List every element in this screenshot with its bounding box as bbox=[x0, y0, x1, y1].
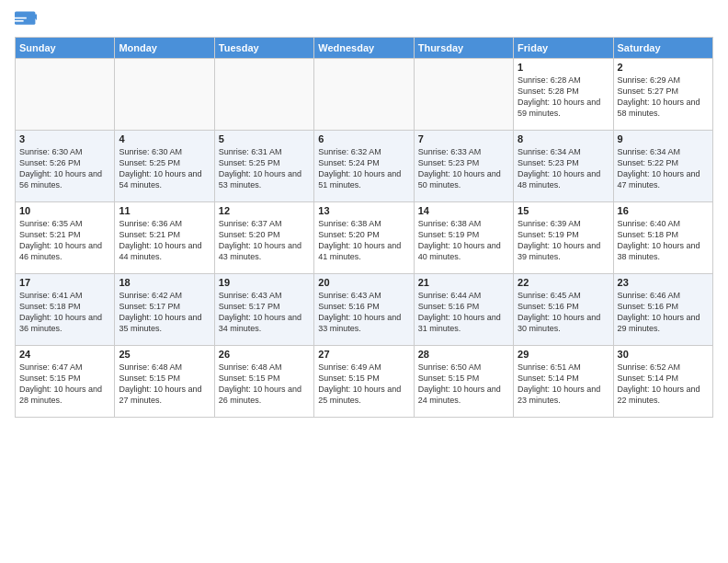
logo bbox=[15, 11, 40, 29]
day-number: 9 bbox=[618, 133, 709, 144]
table-row bbox=[115, 59, 214, 131]
day-info: Sunrise: 6:39 AM Sunset: 5:19 PM Dayligh… bbox=[518, 218, 609, 263]
day-info: Sunrise: 6:30 AM Sunset: 5:26 PM Dayligh… bbox=[19, 146, 110, 191]
table-row: 15Sunrise: 6:39 AM Sunset: 5:19 PM Dayli… bbox=[514, 202, 613, 274]
day-info: Sunrise: 6:28 AM Sunset: 5:28 PM Dayligh… bbox=[518, 75, 609, 120]
day-info: Sunrise: 6:29 AM Sunset: 5:27 PM Dayligh… bbox=[618, 75, 709, 120]
weekday-header: Saturday bbox=[613, 38, 712, 59]
day-number: 26 bbox=[219, 349, 310, 360]
table-row: 4Sunrise: 6:30 AM Sunset: 5:25 PM Daylig… bbox=[115, 131, 214, 202]
day-info: Sunrise: 6:48 AM Sunset: 5:15 PM Dayligh… bbox=[219, 362, 310, 407]
day-number: 16 bbox=[618, 205, 709, 216]
table-row: 14Sunrise: 6:38 AM Sunset: 5:19 PM Dayli… bbox=[414, 202, 513, 274]
table-row bbox=[314, 59, 414, 131]
table-row: 25Sunrise: 6:48 AM Sunset: 5:15 PM Dayli… bbox=[115, 346, 214, 418]
day-number: 24 bbox=[19, 349, 110, 360]
day-info: Sunrise: 6:51 AM Sunset: 5:14 PM Dayligh… bbox=[518, 362, 609, 407]
weekday-header: Wednesday bbox=[314, 38, 414, 59]
day-info: Sunrise: 6:52 AM Sunset: 5:14 PM Dayligh… bbox=[618, 362, 709, 407]
table-row: 11Sunrise: 6:36 AM Sunset: 5:21 PM Dayli… bbox=[115, 202, 214, 274]
table-row: 26Sunrise: 6:48 AM Sunset: 5:15 PM Dayli… bbox=[214, 346, 313, 418]
day-number: 18 bbox=[119, 277, 210, 288]
table-row: 9Sunrise: 6:34 AM Sunset: 5:22 PM Daylig… bbox=[613, 131, 712, 202]
table-row: 2Sunrise: 6:29 AM Sunset: 5:27 PM Daylig… bbox=[613, 59, 712, 131]
header-area bbox=[15, 11, 713, 29]
table-row: 1Sunrise: 6:28 AM Sunset: 5:28 PM Daylig… bbox=[514, 59, 613, 131]
day-info: Sunrise: 6:43 AM Sunset: 5:17 PM Dayligh… bbox=[219, 290, 310, 335]
table-row: 28Sunrise: 6:50 AM Sunset: 5:15 PM Dayli… bbox=[414, 346, 513, 418]
day-info: Sunrise: 6:43 AM Sunset: 5:16 PM Dayligh… bbox=[318, 290, 409, 335]
day-number: 8 bbox=[518, 133, 609, 144]
page: SundayMondayTuesdayWednesdayThursdayFrid… bbox=[0, 0, 728, 563]
table-row bbox=[214, 59, 313, 131]
day-number: 13 bbox=[318, 205, 409, 216]
day-info: Sunrise: 6:34 AM Sunset: 5:22 PM Dayligh… bbox=[618, 146, 709, 191]
day-number: 4 bbox=[119, 133, 210, 144]
day-number: 10 bbox=[19, 205, 110, 216]
day-number: 2 bbox=[618, 62, 709, 73]
day-number: 27 bbox=[318, 349, 409, 360]
day-number: 19 bbox=[219, 277, 310, 288]
table-row: 12Sunrise: 6:37 AM Sunset: 5:20 PM Dayli… bbox=[214, 202, 313, 274]
day-number: 15 bbox=[518, 205, 609, 216]
table-row: 23Sunrise: 6:46 AM Sunset: 5:16 PM Dayli… bbox=[613, 274, 712, 346]
table-row: 7Sunrise: 6:33 AM Sunset: 5:23 PM Daylig… bbox=[414, 131, 513, 202]
table-row: 18Sunrise: 6:42 AM Sunset: 5:17 PM Dayli… bbox=[115, 274, 214, 346]
weekday-header: Friday bbox=[514, 38, 613, 59]
table-row: 21Sunrise: 6:44 AM Sunset: 5:16 PM Dayli… bbox=[414, 274, 513, 346]
header-row: SundayMondayTuesdayWednesdayThursdayFrid… bbox=[16, 38, 713, 59]
day-info: Sunrise: 6:34 AM Sunset: 5:23 PM Dayligh… bbox=[518, 146, 609, 191]
day-number: 29 bbox=[518, 349, 609, 360]
day-number: 28 bbox=[418, 349, 509, 360]
svg-rect-2 bbox=[15, 17, 27, 19]
day-number: 11 bbox=[119, 205, 210, 216]
table-row: 24Sunrise: 6:47 AM Sunset: 5:15 PM Dayli… bbox=[16, 346, 115, 418]
day-number: 30 bbox=[618, 349, 709, 360]
day-info: Sunrise: 6:33 AM Sunset: 5:23 PM Dayligh… bbox=[418, 146, 509, 191]
day-info: Sunrise: 6:30 AM Sunset: 5:25 PM Dayligh… bbox=[119, 146, 210, 191]
table-row: 8Sunrise: 6:34 AM Sunset: 5:23 PM Daylig… bbox=[514, 131, 613, 202]
day-info: Sunrise: 6:32 AM Sunset: 5:24 PM Dayligh… bbox=[318, 146, 409, 191]
day-number: 25 bbox=[119, 349, 210, 360]
day-info: Sunrise: 6:49 AM Sunset: 5:15 PM Dayligh… bbox=[318, 362, 409, 407]
table-row: 19Sunrise: 6:43 AM Sunset: 5:17 PM Dayli… bbox=[214, 274, 313, 346]
weekday-header: Sunday bbox=[16, 38, 115, 59]
day-number: 22 bbox=[518, 277, 609, 288]
calendar: SundayMondayTuesdayWednesdayThursdayFrid… bbox=[15, 37, 713, 418]
table-row: 16Sunrise: 6:40 AM Sunset: 5:18 PM Dayli… bbox=[613, 202, 712, 274]
table-row: 10Sunrise: 6:35 AM Sunset: 5:21 PM Dayli… bbox=[16, 202, 115, 274]
table-row bbox=[16, 59, 115, 131]
day-number: 21 bbox=[418, 277, 509, 288]
day-info: Sunrise: 6:46 AM Sunset: 5:16 PM Dayligh… bbox=[618, 290, 709, 335]
day-info: Sunrise: 6:41 AM Sunset: 5:18 PM Dayligh… bbox=[19, 290, 110, 335]
svg-rect-3 bbox=[15, 20, 24, 22]
logo-icon bbox=[15, 11, 37, 29]
calendar-row: 10Sunrise: 6:35 AM Sunset: 5:21 PM Dayli… bbox=[16, 202, 713, 274]
day-info: Sunrise: 6:47 AM Sunset: 5:15 PM Dayligh… bbox=[19, 362, 110, 407]
table-row: 22Sunrise: 6:45 AM Sunset: 5:16 PM Dayli… bbox=[514, 274, 613, 346]
day-info: Sunrise: 6:48 AM Sunset: 5:15 PM Dayligh… bbox=[119, 362, 210, 407]
table-row: 5Sunrise: 6:31 AM Sunset: 5:25 PM Daylig… bbox=[214, 131, 313, 202]
table-row: 6Sunrise: 6:32 AM Sunset: 5:24 PM Daylig… bbox=[314, 131, 414, 202]
day-info: Sunrise: 6:44 AM Sunset: 5:16 PM Dayligh… bbox=[418, 290, 509, 335]
table-row: 30Sunrise: 6:52 AM Sunset: 5:14 PM Dayli… bbox=[613, 346, 712, 418]
day-info: Sunrise: 6:40 AM Sunset: 5:18 PM Dayligh… bbox=[618, 218, 709, 263]
table-row: 29Sunrise: 6:51 AM Sunset: 5:14 PM Dayli… bbox=[514, 346, 613, 418]
day-number: 12 bbox=[219, 205, 310, 216]
day-info: Sunrise: 6:38 AM Sunset: 5:20 PM Dayligh… bbox=[318, 218, 409, 263]
weekday-header: Tuesday bbox=[214, 38, 313, 59]
day-number: 3 bbox=[19, 133, 110, 144]
calendar-row: 1Sunrise: 6:28 AM Sunset: 5:28 PM Daylig… bbox=[16, 59, 713, 131]
weekday-header: Monday bbox=[115, 38, 214, 59]
day-number: 20 bbox=[318, 277, 409, 288]
weekday-header: Thursday bbox=[414, 38, 513, 59]
calendar-row: 3Sunrise: 6:30 AM Sunset: 5:26 PM Daylig… bbox=[16, 131, 713, 202]
calendar-row: 17Sunrise: 6:41 AM Sunset: 5:18 PM Dayli… bbox=[16, 274, 713, 346]
day-info: Sunrise: 6:35 AM Sunset: 5:21 PM Dayligh… bbox=[19, 218, 110, 263]
table-row bbox=[414, 59, 513, 131]
day-number: 6 bbox=[318, 133, 409, 144]
day-info: Sunrise: 6:38 AM Sunset: 5:19 PM Dayligh… bbox=[418, 218, 509, 263]
day-number: 5 bbox=[219, 133, 310, 144]
day-number: 23 bbox=[618, 277, 709, 288]
day-info: Sunrise: 6:45 AM Sunset: 5:16 PM Dayligh… bbox=[518, 290, 609, 335]
